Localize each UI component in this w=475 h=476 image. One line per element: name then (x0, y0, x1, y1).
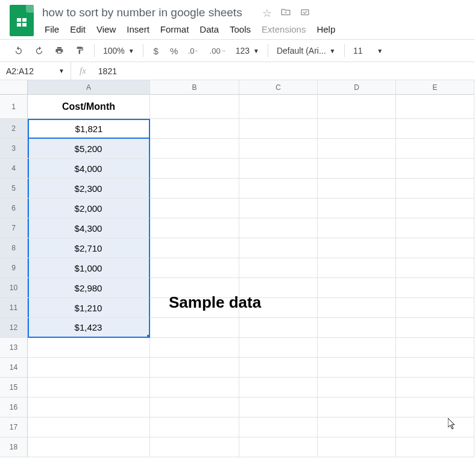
row-header-5[interactable]: 5 (0, 179, 28, 198)
row-header-12[interactable]: 12 (0, 318, 28, 338)
col-header-c[interactable]: C (239, 80, 318, 95)
cell-c3[interactable] (239, 139, 318, 159)
menu-insert[interactable]: Insert (122, 22, 154, 37)
cell-b1[interactable] (150, 95, 239, 119)
cell-d17[interactable] (318, 417, 396, 437)
cell-e2[interactable] (396, 119, 474, 139)
zoom-selector[interactable]: 100%▼ (99, 43, 138, 58)
cell-a5[interactable]: $2,300 (28, 179, 150, 198)
print-button[interactable] (51, 42, 69, 59)
cell-c10[interactable] (239, 278, 318, 298)
cell-e5[interactable] (396, 179, 474, 198)
row-header-18[interactable]: 18 (0, 437, 28, 457)
cell-b6[interactable] (150, 198, 239, 218)
cell-a17[interactable] (28, 417, 150, 437)
cell-d11[interactable] (318, 298, 396, 318)
cell-c8[interactable] (239, 238, 318, 258)
cell-b10[interactable] (150, 278, 239, 298)
cell-a12[interactable]: $1,423 (28, 318, 150, 338)
cell-a15[interactable] (28, 378, 150, 398)
cell-c11[interactable] (239, 298, 318, 318)
cell-e13[interactable] (396, 338, 474, 358)
menu-view[interactable]: View (92, 22, 121, 37)
cell-a6[interactable]: $2,000 (28, 198, 150, 218)
cell-b5[interactable] (150, 179, 239, 198)
cell-e10[interactable] (396, 278, 474, 298)
cell-d6[interactable] (318, 198, 396, 218)
cell-c15[interactable] (239, 378, 318, 398)
cell-b15[interactable] (150, 378, 239, 398)
row-header-7[interactable]: 7 (0, 218, 28, 238)
decrease-decimal-button[interactable]: .0← (184, 42, 204, 59)
col-header-b[interactable]: B (150, 80, 239, 95)
cell-a18[interactable] (28, 437, 150, 457)
col-header-d[interactable]: D (318, 80, 396, 95)
cell-d2[interactable] (318, 119, 396, 139)
star-icon[interactable]: ☆ (262, 7, 272, 21)
menu-help[interactable]: Help (312, 22, 340, 37)
cell-e3[interactable] (396, 139, 474, 159)
cell-e16[interactable] (396, 398, 474, 417)
cell-c14[interactable] (239, 358, 318, 378)
cell-a3[interactable]: $5,200 (28, 139, 150, 159)
row-header-9[interactable]: 9 (0, 258, 28, 278)
menu-tools[interactable]: Tools (225, 22, 256, 37)
cell-a4[interactable]: $4,000 (28, 159, 150, 179)
row-header-4[interactable]: 4 (0, 159, 28, 179)
row-header-3[interactable]: 3 (0, 139, 28, 159)
cell-e15[interactable] (396, 378, 474, 398)
cell-e4[interactable] (396, 159, 474, 179)
cell-c5[interactable] (239, 179, 318, 198)
cell-e14[interactable] (396, 358, 474, 378)
cell-e18[interactable] (396, 437, 474, 457)
menu-data[interactable]: Data (195, 22, 224, 37)
cell-c7[interactable] (239, 218, 318, 238)
cell-e8[interactable] (396, 238, 474, 258)
cell-a13[interactable] (28, 338, 150, 358)
row-header-8[interactable]: 8 (0, 238, 28, 258)
cell-b11[interactable] (150, 298, 239, 318)
cell-a8[interactable]: $2,710 (28, 238, 150, 258)
cell-d12[interactable] (318, 318, 396, 338)
format-percent-button[interactable]: % (166, 42, 182, 59)
cell-a1[interactable]: Cost/Month (28, 95, 150, 119)
cell-c18[interactable] (239, 437, 318, 457)
cloud-status-icon[interactable] (300, 7, 310, 21)
menu-edit[interactable]: Edit (65, 22, 90, 37)
cell-b18[interactable] (150, 437, 239, 457)
row-header-10[interactable]: 10 (0, 278, 28, 298)
row-header-16[interactable]: 16 (0, 398, 28, 417)
row-header-13[interactable]: 13 (0, 338, 28, 358)
menu-file[interactable]: File (40, 22, 64, 37)
cell-c2[interactable] (239, 119, 318, 139)
cell-d16[interactable] (318, 398, 396, 417)
cell-b17[interactable] (150, 417, 239, 437)
cell-d10[interactable] (318, 278, 396, 298)
cell-c13[interactable] (239, 338, 318, 358)
cell-a14[interactable] (28, 358, 150, 378)
cell-d3[interactable] (318, 139, 396, 159)
cell-c4[interactable] (239, 159, 318, 179)
cell-c17[interactable] (239, 417, 318, 437)
font-selector[interactable]: Default (Ari...▼ (273, 43, 339, 58)
row-header-6[interactable]: 6 (0, 198, 28, 218)
col-header-e[interactable]: E (396, 80, 474, 95)
cell-d4[interactable] (318, 159, 396, 179)
document-title[interactable]: how to sort by number in google sheets (40, 5, 245, 21)
cell-c16[interactable] (239, 398, 318, 417)
row-header-11[interactable]: 11 (0, 298, 28, 318)
cell-a9[interactable]: $1,000 (28, 258, 150, 278)
cell-b2[interactable] (150, 119, 239, 139)
cell-e11[interactable] (396, 298, 474, 318)
cell-a11[interactable]: $1,210 (28, 298, 150, 318)
formula-bar[interactable]: 1821 (95, 66, 121, 76)
menu-format[interactable]: Format (156, 22, 194, 37)
cell-b3[interactable] (150, 139, 239, 159)
cell-b4[interactable] (150, 159, 239, 179)
cell-e6[interactable] (396, 198, 474, 218)
cell-c12[interactable] (239, 318, 318, 338)
cell-b7[interactable] (150, 218, 239, 238)
undo-button[interactable] (10, 42, 28, 59)
increase-decimal-button[interactable]: .00→ (206, 42, 230, 59)
row-header-15[interactable]: 15 (0, 378, 28, 398)
